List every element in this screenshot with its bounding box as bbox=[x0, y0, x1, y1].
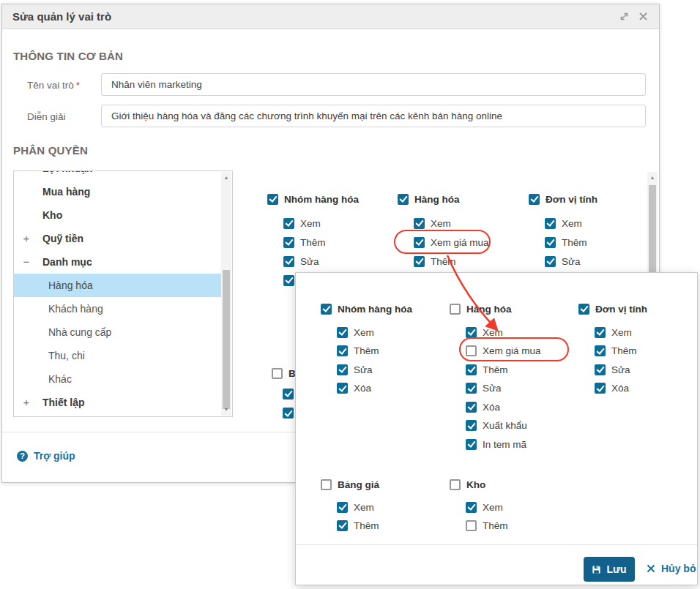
group-checkbox[interactable] bbox=[321, 479, 332, 490]
permission-checkbox[interactable] bbox=[337, 502, 348, 513]
tree-item-label: Hàng hóa bbox=[48, 280, 93, 291]
expand-plus-icon[interactable]: + bbox=[21, 227, 32, 250]
permission-label: Xem giá mua bbox=[431, 237, 489, 248]
tree-scrollbar[interactable]: ▲ ▼ bbox=[221, 172, 231, 416]
permission-checkbox[interactable] bbox=[337, 520, 348, 531]
dialog-titlebar: Sửa quản lý vai trò bbox=[2, 4, 659, 29]
permission-checkbox[interactable] bbox=[283, 237, 294, 248]
cancel-button[interactable]: Hủy bỏ bbox=[647, 563, 696, 574]
role-name-input[interactable] bbox=[101, 73, 646, 96]
permission-row: Xem bbox=[283, 217, 321, 229]
scroll-up-arrow[interactable]: ▲ bbox=[647, 173, 658, 182]
tree-item[interactable]: +Thiết lập bbox=[14, 391, 221, 414]
group-checkbox[interactable] bbox=[321, 304, 332, 315]
permission-label: Sửa bbox=[562, 256, 581, 267]
permission-checkbox[interactable] bbox=[466, 345, 477, 356]
expand-icon[interactable] bbox=[618, 11, 630, 23]
permission-checkbox[interactable] bbox=[545, 218, 556, 229]
group-checkbox[interactable] bbox=[267, 194, 278, 205]
permission-label: Sửa bbox=[300, 256, 319, 267]
save-button[interactable]: Lưu bbox=[584, 557, 635, 582]
tree-item[interactable]: Kho bbox=[14, 203, 221, 227]
permission-group-label: Hàng hóa bbox=[466, 304, 512, 315]
tree-item-label: Thiết lập bbox=[42, 397, 85, 408]
tree-item[interactable]: +Quỹ tiền bbox=[14, 227, 221, 250]
permission-label: Sửa bbox=[611, 364, 630, 375]
permission-group-row: Hàng hóa bbox=[450, 303, 512, 315]
permission-row: Thêm bbox=[337, 345, 379, 357]
permission-row: Xem giá mua bbox=[466, 345, 541, 357]
permission-checkbox[interactable] bbox=[283, 256, 294, 267]
permission-checkbox[interactable] bbox=[595, 327, 606, 338]
scroll-up-arrow[interactable]: ▲ bbox=[221, 173, 231, 182]
permission-row: Xem bbox=[414, 217, 451, 229]
help-icon: ? bbox=[17, 451, 28, 462]
help-link[interactable]: ? Trợ giúp bbox=[17, 450, 75, 462]
close-icon[interactable] bbox=[637, 11, 649, 23]
permission-label: Thêm bbox=[300, 237, 326, 248]
permission-checkbox[interactable] bbox=[283, 218, 294, 229]
permission-checkbox[interactable] bbox=[466, 383, 477, 394]
permission-label: Xem bbox=[562, 218, 582, 229]
tree-item[interactable]: Hàng hóa bbox=[14, 274, 221, 297]
permission-checkbox[interactable] bbox=[337, 364, 348, 375]
permission-label: Xem bbox=[483, 502, 503, 513]
tree-item[interactable]: Lợi nhuận bbox=[14, 170, 221, 180]
collapse-minus-icon[interactable]: − bbox=[21, 250, 32, 274]
permission-checkbox[interactable] bbox=[466, 520, 477, 531]
group-checkbox[interactable] bbox=[398, 194, 409, 205]
permission-checkbox[interactable] bbox=[595, 383, 606, 394]
permission-label: Xóa bbox=[354, 383, 371, 394]
group-checkbox[interactable] bbox=[529, 194, 540, 205]
permission-checkbox[interactable] bbox=[283, 408, 294, 419]
permission-group-label: Bảng giá bbox=[338, 479, 379, 490]
tree-item[interactable]: Khác bbox=[14, 367, 221, 391]
group-checkbox[interactable] bbox=[450, 304, 461, 315]
permission-checkbox[interactable] bbox=[466, 402, 477, 413]
group-checkbox[interactable] bbox=[450, 479, 461, 490]
tree-item[interactable]: Thu, chi bbox=[14, 344, 221, 367]
permission-group-row: Đơn vị tính bbox=[529, 193, 597, 205]
permission-checkbox[interactable] bbox=[337, 327, 348, 338]
group-checkbox[interactable] bbox=[578, 304, 589, 315]
tree-item-label: Nhà cung cấp bbox=[48, 326, 111, 338]
permission-checkbox[interactable] bbox=[337, 383, 348, 394]
permission-group-row: Kho bbox=[450, 479, 485, 490]
tree-item-label: Lợi nhuận bbox=[42, 170, 92, 174]
permission-checkbox[interactable] bbox=[466, 364, 477, 375]
permission-checkbox[interactable] bbox=[595, 364, 606, 375]
permission-row: Sửa bbox=[283, 255, 319, 267]
description-input[interactable] bbox=[101, 105, 646, 127]
permission-checkbox[interactable] bbox=[337, 345, 348, 356]
permission-row: Xem bbox=[337, 326, 374, 338]
tree-item[interactable]: −Danh mục bbox=[14, 250, 221, 274]
permission-label: Xem giá mua bbox=[483, 345, 541, 356]
permission-group-label: Kho bbox=[466, 479, 485, 490]
permission-group-label: Nhóm hàng hóa bbox=[338, 304, 412, 315]
permission-group-row: Nhóm hàng hóa bbox=[321, 303, 412, 315]
tree-item[interactable]: Nhà cung cấp bbox=[14, 320, 221, 344]
permission-label: Thêm bbox=[354, 345, 379, 356]
permission-checkbox[interactable] bbox=[466, 420, 477, 431]
permission-checkbox[interactable] bbox=[283, 275, 294, 286]
permission-label: Xem bbox=[354, 502, 374, 513]
permission-checkbox[interactable] bbox=[414, 218, 425, 229]
permission-checkbox[interactable] bbox=[283, 389, 294, 399]
permission-checkbox[interactable] bbox=[545, 237, 556, 248]
group-checkbox[interactable] bbox=[272, 368, 283, 379]
permission-row: Thêm bbox=[466, 364, 508, 375]
expand-plus-icon[interactable]: + bbox=[21, 391, 32, 414]
permission-checkbox[interactable] bbox=[595, 345, 606, 356]
permission-checkbox[interactable] bbox=[545, 256, 556, 267]
permission-checkbox[interactable] bbox=[466, 439, 477, 450]
scroll-down-arrow[interactable]: ▼ bbox=[221, 405, 231, 414]
permission-row: Sửa bbox=[595, 364, 630, 375]
permission-checkbox[interactable] bbox=[414, 237, 425, 248]
tree-scrollbar-thumb[interactable] bbox=[223, 270, 230, 409]
permission-checkbox[interactable] bbox=[466, 327, 477, 338]
tree-item[interactable]: Mua hàng bbox=[14, 180, 221, 203]
permission-checkbox[interactable] bbox=[414, 256, 425, 267]
permission-checkbox[interactable] bbox=[466, 502, 477, 513]
tree-item[interactable]: Khách hàng bbox=[14, 297, 221, 320]
permission-label: Xem bbox=[300, 218, 321, 229]
